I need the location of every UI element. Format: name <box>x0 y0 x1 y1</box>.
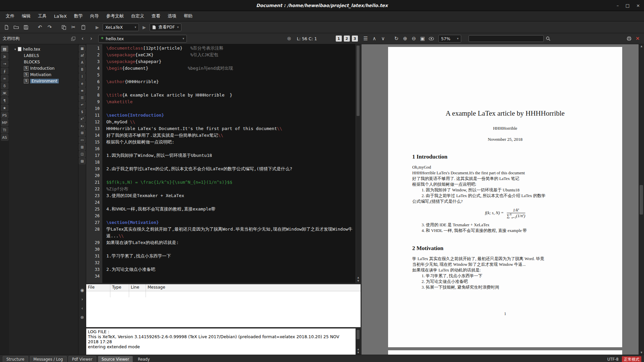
editor-line[interactable]: 20 <box>86 172 356 179</box>
editor-scrollbar-thumb[interactable] <box>357 46 360 116</box>
editor-line[interactable]: 11\section{Introduction} <box>86 112 356 119</box>
redo-button[interactable]: ↷ <box>45 23 54 31</box>
close-button[interactable]: × <box>636 3 640 8</box>
detach-panel-icon[interactable] <box>71 37 75 41</box>
maximize-button[interactable]: □ <box>626 3 630 8</box>
columns-button[interactable]: ◫ <box>79 151 86 157</box>
misc-symbols-tab[interactable]: ∞ <box>1 75 8 82</box>
next-section-button[interactable]: ∨ <box>379 35 387 43</box>
misc-math-tab[interactable]: ∮ <box>1 68 8 74</box>
metapost-tab[interactable]: MP <box>1 119 8 126</box>
editor-line[interactable]: 12Oh,myGod \\ <box>86 119 356 125</box>
editor-line[interactable]: 332.为写论文做点小准备吧 <box>86 266 356 273</box>
previous-section-button[interactable]: ∧ <box>370 35 379 43</box>
presentation-button[interactable] <box>427 35 436 43</box>
structure-tab[interactable]: ▤ <box>1 46 8 52</box>
greek-letters-tab[interactable]: δ <box>1 82 8 89</box>
pdf-reload-button[interactable]: ↻ <box>392 35 401 43</box>
bookmark-3-button[interactable]: 3 <box>352 36 358 42</box>
save-button[interactable] <box>21 23 30 31</box>
cut-button[interactable]: ✂ <box>69 23 78 31</box>
zoom-in-button[interactable]: ⊕ <box>401 35 410 43</box>
code-area[interactable]: 1\documentclass[12pt]{article} %百分号表示注释2… <box>86 44 356 283</box>
editor-line[interactable]: 29如果现在谈学LaTex的动机的话就是: <box>86 239 356 246</box>
editor-line[interactable]: 192.由于我之前学过LaTex的公式,所以本文也不会介绍LaTex的数学公式编… <box>86 166 356 172</box>
log-scrollbar-thumb[interactable] <box>357 330 360 339</box>
editor-line[interactable]: 4\begin{document} %begin与end成对出现 <box>86 65 356 72</box>
misc-text-tab[interactable]: ¶ <box>1 97 8 104</box>
viewer-select[interactable]: 查看PDF ▾ <box>150 23 181 31</box>
editor-line[interactable]: 26 <box>86 213 356 219</box>
editor-line[interactable]: 27\section{Motivation} <box>86 219 356 226</box>
fit-page-button[interactable]: ▣ <box>418 35 427 43</box>
text-format-button[interactable]: A <box>79 59 86 66</box>
cyrillic-tab[interactable]: Ж <box>1 90 8 97</box>
next-mark-button[interactable]: › <box>81 297 83 302</box>
fraction-button[interactable]: ⊞ <box>79 130 86 136</box>
statusbar-pdf-viewer-button[interactable]: Pdf Viewer <box>68 356 96 362</box>
arrow-symbols-tab[interactable]: → <box>1 60 8 67</box>
newline-button[interactable]: ↵ <box>79 102 86 108</box>
tree-item[interactable]: LABELS <box>9 52 78 59</box>
pstricks-tab[interactable]: PS <box>1 112 8 119</box>
editor-line[interactable]: 18 <box>86 159 356 166</box>
editor-line[interactable]: 5 <box>86 72 356 78</box>
editor-line[interactable]: 171.因为我卸掉了Window,所以一切环境基于Ubuntu18 <box>86 152 356 159</box>
editor-line[interactable]: 28学LaTex其实在很久之前就开始了,最初还只是因为为了脱离Word.毕竟当初… <box>86 226 356 239</box>
menu-item[interactable]: 文件 <box>2 12 18 20</box>
open-file-selector[interactable]: * hello.tex ▾ <box>98 35 187 43</box>
tree-item[interactable]: SIntroduction <box>9 65 78 71</box>
subscript-button[interactable]: x₂ <box>79 123 86 129</box>
message-column-header[interactable]: Line <box>129 284 146 291</box>
scroll-down-icon[interactable]: ▼ <box>357 280 359 282</box>
editor[interactable]: 1\documentclass[12pt]{article} %百分号表示注释2… <box>86 44 361 283</box>
favorites-tab[interactable]: ★ <box>1 105 8 111</box>
editor-line[interactable]: 3\usepackage{shapepar} <box>86 58 356 65</box>
previous-document-button[interactable]: ‹ <box>78 35 87 43</box>
editor-line[interactable]: 16 <box>86 145 356 152</box>
minimize-button[interactable]: – <box>616 3 619 8</box>
next-document-button[interactable]: › <box>87 35 96 43</box>
tree-item[interactable]: ▾hello.tex <box>9 46 78 52</box>
editor-line[interactable]: 7 <box>86 85 356 92</box>
editor-line[interactable]: 14好了我的英语不够用了.这其实就是一份简单的LaTex笔记\\ <box>86 132 356 139</box>
pdf-scrollbar-thumb[interactable] <box>640 185 643 215</box>
editor-line[interactable]: 13HHHHorrible LaTex's Document.It's the … <box>86 125 356 132</box>
tree-item[interactable]: SMotivation <box>9 71 78 78</box>
message-column-header[interactable]: Message <box>146 284 361 291</box>
bold-button[interactable]: B <box>79 66 86 73</box>
undo-button[interactable]: ↶ <box>36 23 44 31</box>
superscript-button[interactable]: x² <box>79 116 86 122</box>
menu-item[interactable]: 向导 <box>87 12 103 20</box>
copy-button[interactable] <box>59 23 68 31</box>
message-column-header[interactable]: File <box>86 284 110 291</box>
menu-item[interactable]: 数学 <box>70 12 87 20</box>
editor-line[interactable]: 2\usepackage{xeCJK} %引入CJK宏包 <box>86 52 356 58</box>
emphasis-button[interactable]: e <box>79 80 86 87</box>
editor-line[interactable]: 34 <box>86 273 356 280</box>
pdf-scrollbar[interactable]: ▲ ▼ <box>639 44 644 355</box>
editor-scrollbar[interactable]: ▲ ▼ <box>356 44 361 283</box>
editor-line[interactable]: 6\author{HHHHorrible} <box>86 78 356 85</box>
editor-line[interactable]: 254.和VHDL一样,我都不会写直接的教程,直接example带 <box>86 206 356 213</box>
tabular-wizard-button[interactable]: ▦ <box>79 45 86 52</box>
new-file-button[interactable] <box>2 23 11 31</box>
tree-item[interactable]: BLOCKS <box>9 59 78 65</box>
editor-line[interactable]: 8\title{A example LaTex article by HHHHo… <box>86 92 356 99</box>
scroll-down-icon[interactable]: ▼ <box>639 351 644 354</box>
pdf-search-input[interactable] <box>469 35 544 42</box>
close-pdf-button[interactable]: ✕ <box>633 35 642 43</box>
menu-item[interactable]: 编辑 <box>18 12 34 20</box>
array-button[interactable]: af <box>79 52 86 59</box>
scroll-up-icon[interactable]: ▲ <box>357 276 359 279</box>
asymptote-tab[interactable]: AS <box>1 134 8 141</box>
close-panel-button[interactable]: ⊗ <box>80 315 84 320</box>
editor-line[interactable]: 311.学习学累了,找点小东西学一下 <box>86 253 356 259</box>
run-compile-button[interactable]: ▶ <box>93 23 102 31</box>
scroll-up-icon[interactable]: ▲ <box>639 45 644 48</box>
log-scrollbar[interactable]: ▲ ▼ <box>356 328 361 355</box>
editor-line[interactable]: 32 <box>86 259 356 266</box>
menu-item[interactable]: 参考文献 <box>103 12 127 20</box>
tree-item[interactable]: SEnvironment <box>9 78 78 84</box>
message-column-header[interactable]: Type <box>110 284 129 291</box>
